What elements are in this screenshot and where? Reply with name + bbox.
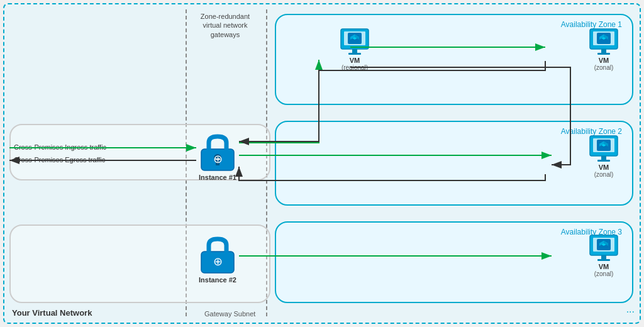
svg-rect-7 [348,53,361,55]
vm-zonal3: VM (zonal) [588,234,619,277]
vm-zonal2-label: VM [599,164,609,171]
instance2-label: Instance #2 [196,276,239,284]
availability-zone-3: Availability Zone 3 VM (zonal) [275,221,633,303]
vm-zonal2-sublabel: (zonal) [594,171,614,178]
svg-rect-14 [601,49,606,53]
more-icon[interactable]: ··· [626,306,635,318]
vm-zonal1-icon [588,28,619,57]
vm-zonal3-label: VM [599,263,609,270]
virtual-network-label: Your Virtual Network [12,308,92,318]
svg-text:⊕: ⊕ [213,153,223,165]
ingress-label: Cross-Premises Ingress traffic [14,141,106,154]
svg-text:⊕: ⊕ [213,255,223,268]
instance1-lock: ↔ ⊕ Instance #1 [196,131,239,181]
vm-regional-label: VM [350,57,360,64]
svg-rect-6 [352,49,357,53]
svg-rect-30 [601,255,606,259]
vm-zonal1: VM (zonal) [588,28,619,71]
vm-regional: VM (regional) [339,28,370,71]
instance2-lock: ⊕ Instance #2 [196,234,239,284]
svg-rect-15 [597,53,610,55]
vm-zonal3-sublabel: (zonal) [594,270,614,277]
vm-zonal2: VM (zonal) [588,135,619,178]
instance2-lock-icon: ⊕ [196,234,239,277]
svg-rect-31 [597,259,610,261]
availability-zone-2: Availability Zone 2 VM (zonal) [275,121,633,206]
availability-zone-1: Availability Zone 1 VM (regional) [275,14,633,105]
virtual-network-container: Zone-redundant virtual network gateways … [3,3,641,324]
vm-zonal1-sublabel: (zonal) [594,64,614,71]
vm-zonal2-icon [588,135,619,164]
svg-rect-23 [597,160,610,162]
svg-rect-22 [601,156,606,160]
cross-premises-labels: Cross-Premises Ingress traffic Cross-Pre… [14,141,106,167]
instance1-lock-icon: ↔ ⊕ [196,131,239,174]
instance1-label: Instance #1 [196,174,239,181]
gateway-subnet-text: Zone-redundant virtual network gateways [191,12,260,39]
vm-zonal3-icon [588,234,619,263]
vm-zonal1-label: VM [599,57,609,64]
vm-regional-icon [339,28,370,57]
egress-label: Cross-Premises Egress traffic [14,154,106,167]
vm-regional-sublabel: (regional) [341,64,368,71]
gateway-subnet-bottom-label: Gateway Subnet [204,310,255,318]
